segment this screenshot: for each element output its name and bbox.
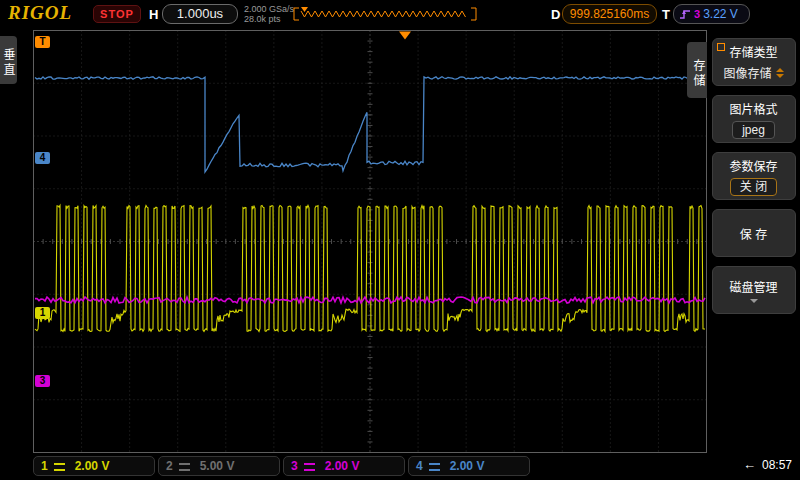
channel-number: 1 [41, 459, 48, 473]
vertical-menu-tab[interactable]: 垂直 [0, 36, 17, 84]
up-arrow-icon [776, 68, 784, 72]
channel-number: 3 [291, 459, 298, 473]
status-clock: ← 08:57 [743, 457, 792, 472]
dc-coupling-icon [54, 463, 65, 471]
channel4-status[interactable]: 4 2.00 V [408, 456, 530, 476]
volts-per-div: 2.00 V [75, 459, 110, 473]
volts-per-div: 2.00 V [325, 459, 360, 473]
time: 08:57 [762, 458, 792, 472]
dc-coupling-icon [304, 463, 315, 471]
memory-depth: 28.0k pts [244, 14, 294, 24]
volts-per-div: 5.00 V [200, 459, 235, 473]
menu-label: 存储类型 [729, 43, 777, 60]
usb-icon: ← [743, 457, 756, 472]
menu-label: 参数保存 [729, 157, 777, 174]
menu-item-storage-type[interactable]: 存储类型 图像存储 [712, 38, 796, 86]
dropdown-icon [750, 299, 758, 303]
channel3-status[interactable]: 3 2.00 V [283, 456, 405, 476]
run-stop-status: STOP [93, 5, 141, 23]
sample-rate: 2.000 GSa/s [244, 4, 294, 14]
menu-item-save[interactable]: 保 存 [712, 209, 796, 257]
horizontal-label: H [149, 7, 158, 22]
acquisition-info: 2.000 GSa/s 28.0k pts [244, 4, 294, 24]
dc-coupling-icon [429, 463, 440, 471]
rising-edge-icon [679, 7, 691, 21]
timebase-value: 1.000us [162, 4, 238, 24]
channel1-status[interactable]: 1 2.00 V [33, 456, 155, 476]
trigger-source: 3 [694, 8, 700, 20]
dc-coupling-icon [179, 463, 190, 471]
menu-label: 保 存 [740, 225, 767, 242]
menu-value: 关 闭 [730, 178, 777, 196]
menu-label: 图片格式 [729, 100, 777, 117]
top-bar: RIGOL STOP H 1.000us 2.000 GSa/s 28.0k p… [0, 0, 800, 28]
ch1-ground-marker[interactable]: 1 [35, 307, 50, 319]
delay-label: D [551, 7, 560, 22]
storage-menu-tab[interactable]: 存储 [687, 42, 707, 98]
trigger-label: T [662, 7, 670, 22]
down-arrow-icon [776, 74, 784, 78]
bottom-bar: 1 2.00 V 2 5.00 V 3 2.00 V 4 2.00 V ← 08… [0, 454, 800, 480]
ch4-ground-marker[interactable]: 4 [35, 152, 50, 164]
menu-value: jpeg [732, 121, 775, 139]
spinner-icon [776, 68, 784, 78]
menu-item-param-save[interactable]: 参数保存 关 闭 [712, 152, 796, 200]
trigger-position-badge[interactable]: T [35, 36, 50, 48]
ch3-ground-marker[interactable]: 3 [35, 375, 50, 387]
channel2-status[interactable]: 2 5.00 V [158, 456, 280, 476]
trigger-status: 3 3.22 V [673, 4, 750, 24]
menu-item-picture-format[interactable]: 图片格式 jpeg [712, 95, 796, 143]
waveform-display [0, 0, 800, 480]
menu-value-row: 图像存储 [723, 64, 783, 81]
volts-per-div: 2.00 V [450, 459, 485, 473]
rigol-logo: RIGOL [8, 2, 72, 24]
menu-label: 磁盘管理 [729, 278, 777, 295]
channel-number: 4 [416, 459, 423, 473]
trigger-level: 3.22 V [703, 7, 738, 21]
menu-value: 图像存储 [723, 64, 771, 81]
softkey-menu: 存储类型 图像存储 图片格式 jpeg 参数保存 关 闭 保 存 磁盘管理 [707, 28, 800, 454]
menu-item-disk-manage[interactable]: 磁盘管理 [712, 266, 796, 314]
channel-number: 2 [166, 459, 173, 473]
memory-position-indicator [292, 7, 478, 21]
delay-value: 999.825160ms [562, 4, 657, 24]
storage-icon [717, 43, 725, 51]
